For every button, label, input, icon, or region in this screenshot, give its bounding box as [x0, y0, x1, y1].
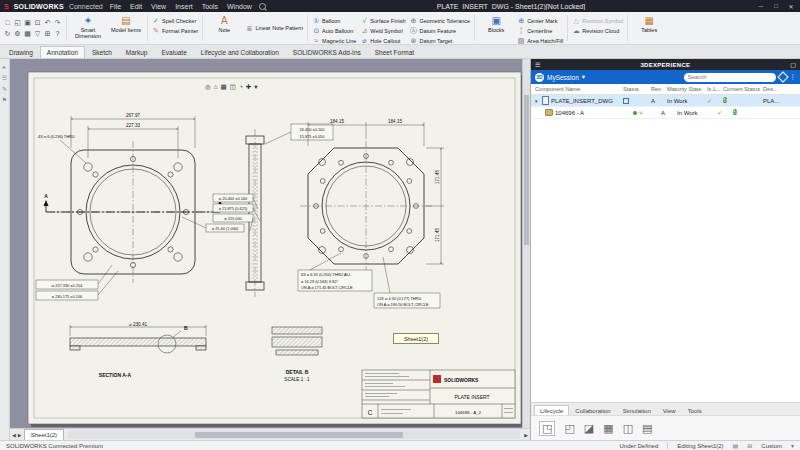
ownership-action-icon[interactable]: ▦	[603, 422, 613, 435]
vertical-scrollbar[interactable]	[522, 59, 530, 428]
dim-hole-spacing[interactable]: 227.33	[126, 123, 140, 128]
zoom-area-icon[interactable]: ⌂	[214, 83, 218, 91]
side-callout-1[interactable]: ⌀ 20.400 ±0.100	[219, 196, 248, 201]
bolt-circle-callout-2-line-1[interactable]: 12X ⌀ 4.50 (0.177) THRU	[377, 296, 421, 301]
table-row[interactable]: 104696 - A ✎ A In Work ✓ ↻	[531, 107, 800, 119]
dim-right-side-1[interactable]: 171.45	[435, 170, 440, 184]
maximize-button[interactable]: □	[771, 3, 781, 9]
hole-callout-button[interactable]: ⌀ Hole Callout	[359, 36, 406, 45]
scroll-right-icon[interactable]: ▶	[524, 432, 528, 438]
tab-markup[interactable]: Markup	[119, 46, 155, 58]
display-style-icon[interactable]: ◔	[239, 83, 243, 91]
centerline-button[interactable]: ╎ Centerline	[516, 26, 564, 35]
search-input[interactable]	[684, 73, 776, 82]
help-icon[interactable]: ?	[53, 29, 62, 39]
table-row[interactable]: ▾ PLATE_INSERT_DWG A In Work ✓ ↻ PLA...	[531, 95, 800, 107]
area-hatch-fill-button[interactable]: ▨ Area Hatch/Fill	[516, 36, 564, 45]
dim-right-side-2[interactable]: 171.45	[435, 228, 440, 242]
weld-symbol-button[interactable]: ⊿ Weld Symbol	[359, 26, 406, 35]
drawing-canvas[interactable]: A A 267.97 227.33 4X ⌀ 6 (0.236) THRU ⌀ …	[10, 59, 530, 428]
save-icon[interactable]: ▣	[23, 18, 32, 28]
tab-sheet-format[interactable]: Sheet Format	[368, 46, 421, 58]
revision-cloud-button[interactable]: ☁ Revision Cloud	[571, 26, 624, 35]
zoom-fit-icon[interactable]: ◎	[205, 83, 211, 91]
magnetic-line-button[interactable]: ≈ Magnetic Line	[311, 36, 357, 45]
column-rev[interactable]: Rev	[651, 86, 667, 92]
menu-file[interactable]: File	[108, 3, 123, 10]
display-icon[interactable]: ▦	[23, 29, 32, 39]
minimize-button[interactable]: ─	[756, 3, 766, 9]
vertical-scrollbar-thumb[interactable]	[524, 95, 529, 245]
tables-button[interactable]: ▦ Tables	[631, 13, 667, 43]
more-options-icon[interactable]: ▾	[254, 83, 257, 91]
close-button[interactable]: ✕	[786, 3, 796, 10]
column-maturity-state[interactable]: Maturity State	[667, 86, 707, 92]
corner-hole-callout[interactable]: 4X ⌀ 6 (0.236) THRU	[38, 134, 75, 139]
geometric-tolerance-button[interactable]: ⊕ Geometric Tolerance	[408, 16, 471, 25]
grid-icon[interactable]: ⊞	[747, 442, 752, 449]
column-component-name[interactable]: Component Name	[535, 86, 623, 92]
tag-icon[interactable]	[777, 71, 788, 82]
panel-menu-icon[interactable]: ☰	[535, 61, 540, 68]
tab-evaluate[interactable]: Evaluate	[155, 46, 194, 58]
menu-insert[interactable]: Insert	[173, 3, 195, 10]
more-menu-icon[interactable]: ⋮	[790, 73, 797, 81]
expand-pane-icon[interactable]: ▸	[3, 63, 6, 70]
sheet-next-icon[interactable]: ▶	[18, 432, 22, 438]
note-button[interactable]: A Note	[206, 13, 242, 43]
redo-icon[interactable]: ↷	[53, 18, 62, 28]
dim-right-top-2[interactable]: 184.15	[388, 119, 402, 124]
menu-view[interactable]: View	[149, 3, 168, 10]
duplicate-action-icon[interactable]: ◫	[623, 422, 633, 435]
revision-action-icon[interactable]: ◪	[584, 422, 594, 435]
search-icon[interactable]	[259, 3, 266, 10]
column-status[interactable]: Status	[623, 86, 651, 92]
horizontal-scrollbar-thumb[interactable]	[195, 432, 403, 438]
column-description[interactable]: Des...	[763, 86, 800, 92]
print-icon[interactable]: ⊡	[33, 18, 42, 28]
surface-finish-button[interactable]: √ Surface Finish	[359, 16, 406, 25]
tab-sketch[interactable]: Sketch	[85, 46, 119, 58]
sheet-settings-icon[interactable]: ◫	[230, 83, 236, 91]
thickness-callout-2[interactable]: 15.875 ±0.050	[300, 134, 326, 139]
thickness-callout-1[interactable]: 20.400 ±0.100	[300, 127, 326, 132]
annotations-visibility-icon[interactable]: ✚	[246, 83, 251, 91]
bore-callout-1[interactable]: ⌀ 227.330 ±0.254	[52, 283, 83, 288]
menu-tools[interactable]: Tools	[200, 3, 220, 10]
filter-icon[interactable]: ▽	[33, 29, 42, 39]
units-icon[interactable]: ▤	[733, 442, 739, 449]
options-icon[interactable]: ⚙	[13, 29, 22, 39]
bolt-circle-callout-1-line-1[interactable]: 8X ⌀ 6.35 (0.250) THRU ALL	[301, 272, 352, 277]
custom-dropdown-icon[interactable]: ▾	[791, 442, 794, 449]
bore-callout-2[interactable]: ⌀ 230.175 ±0.100	[52, 294, 83, 299]
dim-right-top-1[interactable]: 184.15	[330, 119, 344, 124]
tab-lifecycle-collaboration[interactable]: Lifecycle and Collaboration	[194, 46, 286, 58]
rebuild-icon[interactable]: ↻	[3, 29, 12, 39]
auto-balloon-button[interactable]: ⊙ Auto Balloon	[311, 26, 357, 35]
open-icon[interactable]: ◱	[13, 18, 22, 28]
menu-edit[interactable]: Edit	[128, 3, 144, 10]
column-is-l[interactable]: Is L...	[707, 86, 723, 92]
tab-annotation[interactable]: Annotation	[40, 46, 85, 58]
smart-dimension-button[interactable]: ✦ Smart Dimension	[70, 13, 106, 43]
format-painter-button[interactable]: ✎ Format Painter	[151, 26, 199, 35]
drawing-sheet[interactable]: A A 267.97 227.33 4X ⌀ 6 (0.236) THRU ⌀ …	[10, 59, 530, 428]
undo-icon[interactable]: ↶	[43, 18, 52, 28]
units-custom-selector[interactable]: Custom	[761, 443, 782, 449]
model-items-button[interactable]: ▤ Model Items	[108, 13, 144, 43]
maturity-action-icon[interactable]: ◰	[564, 422, 574, 435]
lifecycle-action-icon[interactable]: ◳	[539, 421, 555, 436]
datum-target-button[interactable]: ⊗ Datum Target	[408, 36, 471, 45]
column-convert-status[interactable]: Convert Status	[723, 86, 763, 92]
dim-overall-width[interactable]: 267.97	[126, 113, 140, 118]
horizontal-scrollbar[interactable]	[68, 431, 520, 439]
feature-tree-icon[interactable]: ☰	[2, 74, 7, 81]
balloon-button[interactable]: ① Balloon	[311, 16, 357, 25]
add-icon[interactable]: ⊞	[43, 29, 52, 39]
bookmark-icon[interactable]: ⚑	[2, 96, 7, 103]
center-mark-button[interactable]: ⊕ Center Mark	[516, 16, 564, 25]
mysession-label[interactable]: MySession	[547, 74, 579, 81]
spell-checker-button[interactable]: ✓ Spell Checker	[151, 16, 199, 25]
dim-section-diameter[interactable]: ⌀ 230.41	[129, 322, 148, 327]
session-chevron-icon[interactable]: ▾	[582, 73, 585, 81]
